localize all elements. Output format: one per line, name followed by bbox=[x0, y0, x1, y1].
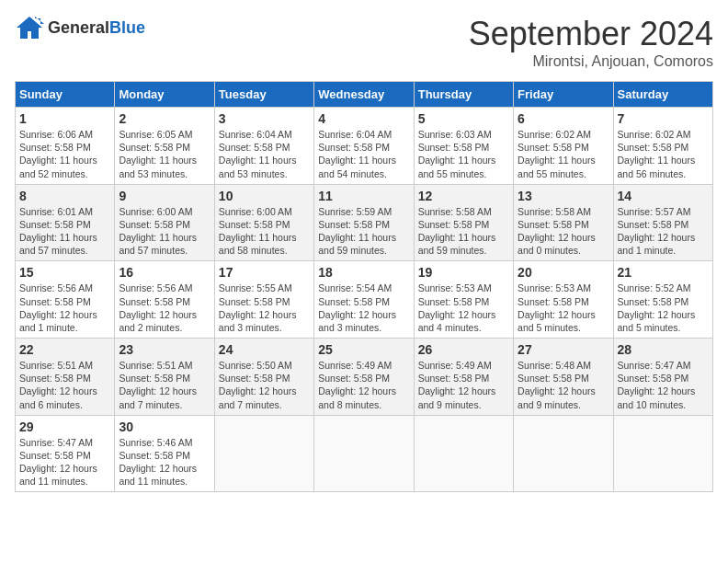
calendar-cell bbox=[514, 415, 613, 492]
day-info: Sunrise: 5:49 AMSunset: 5:58 PMDaylight:… bbox=[418, 359, 509, 411]
day-info: Sunrise: 6:04 AMSunset: 5:58 PMDaylight:… bbox=[318, 128, 409, 180]
calendar-cell: 22Sunrise: 5:51 AMSunset: 5:58 PMDayligh… bbox=[16, 339, 115, 416]
calendar-cell: 14Sunrise: 5:57 AMSunset: 5:58 PMDayligh… bbox=[613, 184, 712, 261]
day-info: Sunrise: 6:00 AMSunset: 5:58 PMDaylight:… bbox=[119, 205, 210, 258]
day-number: 14 bbox=[618, 189, 709, 203]
logo-text: GeneralBlue bbox=[48, 19, 145, 36]
calendar-week-row: 8Sunrise: 6:01 AMSunset: 5:58 PMDaylight… bbox=[16, 184, 713, 261]
calendar-cell bbox=[314, 415, 414, 492]
day-number: 16 bbox=[119, 265, 210, 280]
calendar-cell: 5Sunrise: 6:03 AMSunset: 5:58 PMDaylight… bbox=[414, 108, 513, 185]
day-number: 18 bbox=[318, 265, 409, 280]
day-number: 27 bbox=[518, 342, 609, 357]
calendar-cell: 6Sunrise: 6:02 AMSunset: 5:58 PMDaylight… bbox=[514, 108, 613, 185]
calendar-header-row: Sunday Monday Tuesday Wednesday Thursday… bbox=[16, 82, 713, 108]
day-info: Sunrise: 5:48 AMSunset: 5:58 PMDaylight:… bbox=[518, 359, 609, 411]
location-title: Mirontsi, Anjouan, Comoros bbox=[469, 53, 713, 70]
calendar-cell: 2Sunrise: 6:05 AMSunset: 5:58 PMDaylight… bbox=[115, 108, 214, 185]
day-info: Sunrise: 5:52 AMSunset: 5:58 PMDaylight:… bbox=[618, 282, 709, 334]
day-info: Sunrise: 5:58 AMSunset: 5:58 PMDaylight:… bbox=[418, 205, 509, 258]
calendar-cell: 24Sunrise: 5:50 AMSunset: 5:58 PMDayligh… bbox=[214, 339, 313, 416]
calendar-cell: 26Sunrise: 5:49 AMSunset: 5:58 PMDayligh… bbox=[414, 339, 513, 416]
logo-icon bbox=[15, 15, 44, 40]
logo-general: General bbox=[48, 18, 109, 37]
day-number: 6 bbox=[518, 111, 609, 126]
calendar-cell: 1Sunrise: 6:06 AMSunset: 5:58 PMDaylight… bbox=[16, 108, 115, 185]
col-monday: Monday bbox=[115, 82, 214, 108]
day-number: 2 bbox=[119, 111, 210, 126]
col-saturday: Saturday bbox=[613, 82, 712, 108]
day-number: 9 bbox=[119, 189, 210, 203]
day-info: Sunrise: 5:54 AMSunset: 5:58 PMDaylight:… bbox=[318, 282, 409, 334]
title-block: September 2024 Mirontsi, Anjouan, Comoro… bbox=[469, 15, 713, 70]
day-info: Sunrise: 5:51 AMSunset: 5:58 PMDaylight:… bbox=[119, 359, 210, 411]
calendar-table: Sunday Monday Tuesday Wednesday Thursday… bbox=[15, 81, 713, 492]
day-info: Sunrise: 5:56 AMSunset: 5:58 PMDaylight:… bbox=[119, 282, 210, 334]
day-info: Sunrise: 5:59 AMSunset: 5:58 PMDaylight:… bbox=[318, 205, 409, 258]
day-number: 1 bbox=[19, 111, 110, 126]
day-number: 7 bbox=[618, 111, 709, 126]
day-number: 17 bbox=[219, 265, 310, 280]
col-sunday: Sunday bbox=[16, 82, 115, 108]
calendar-cell bbox=[214, 415, 313, 492]
calendar-cell: 10Sunrise: 6:00 AMSunset: 5:58 PMDayligh… bbox=[214, 184, 313, 261]
day-number: 22 bbox=[19, 342, 110, 357]
day-info: Sunrise: 5:53 AMSunset: 5:58 PMDaylight:… bbox=[418, 282, 509, 334]
day-info: Sunrise: 5:58 AMSunset: 5:58 PMDaylight:… bbox=[518, 205, 609, 258]
day-number: 20 bbox=[518, 265, 609, 280]
day-info: Sunrise: 5:49 AMSunset: 5:58 PMDaylight:… bbox=[318, 359, 409, 411]
calendar-cell: 23Sunrise: 5:51 AMSunset: 5:58 PMDayligh… bbox=[115, 339, 214, 416]
col-friday: Friday bbox=[514, 82, 613, 108]
calendar-cell bbox=[613, 415, 712, 492]
calendar-cell: 11Sunrise: 5:59 AMSunset: 5:58 PMDayligh… bbox=[314, 184, 414, 261]
calendar-cell: 21Sunrise: 5:52 AMSunset: 5:58 PMDayligh… bbox=[613, 261, 712, 339]
day-info: Sunrise: 6:02 AMSunset: 5:58 PMDaylight:… bbox=[618, 128, 709, 180]
day-number: 4 bbox=[318, 111, 409, 126]
day-info: Sunrise: 5:51 AMSunset: 5:58 PMDaylight:… bbox=[19, 359, 110, 411]
day-info: Sunrise: 6:04 AMSunset: 5:58 PMDaylight:… bbox=[219, 128, 310, 180]
calendar-cell: 27Sunrise: 5:48 AMSunset: 5:58 PMDayligh… bbox=[514, 339, 613, 416]
day-info: Sunrise: 5:50 AMSunset: 5:58 PMDaylight:… bbox=[219, 359, 310, 411]
day-number: 3 bbox=[219, 111, 310, 126]
day-info: Sunrise: 6:00 AMSunset: 5:58 PMDaylight:… bbox=[219, 205, 310, 258]
calendar-cell: 29Sunrise: 5:47 AMSunset: 5:58 PMDayligh… bbox=[16, 415, 115, 492]
calendar-cell: 19Sunrise: 5:53 AMSunset: 5:58 PMDayligh… bbox=[414, 261, 513, 339]
calendar-cell: 9Sunrise: 6:00 AMSunset: 5:58 PMDaylight… bbox=[115, 184, 214, 261]
day-number: 29 bbox=[19, 419, 110, 434]
calendar-cell bbox=[414, 415, 513, 492]
day-info: Sunrise: 6:03 AMSunset: 5:58 PMDaylight:… bbox=[418, 128, 509, 180]
day-info: Sunrise: 6:06 AMSunset: 5:58 PMDaylight:… bbox=[19, 128, 110, 180]
month-title: September 2024 bbox=[469, 15, 713, 53]
calendar-week-row: 22Sunrise: 5:51 AMSunset: 5:58 PMDayligh… bbox=[16, 339, 713, 416]
calendar-cell: 25Sunrise: 5:49 AMSunset: 5:58 PMDayligh… bbox=[314, 339, 414, 416]
col-tuesday: Tuesday bbox=[214, 82, 313, 108]
day-number: 10 bbox=[219, 189, 310, 203]
day-info: Sunrise: 5:55 AMSunset: 5:58 PMDaylight:… bbox=[219, 282, 310, 334]
calendar-cell: 15Sunrise: 5:56 AMSunset: 5:58 PMDayligh… bbox=[16, 261, 115, 339]
day-info: Sunrise: 6:05 AMSunset: 5:58 PMDaylight:… bbox=[119, 128, 210, 180]
day-info: Sunrise: 5:56 AMSunset: 5:58 PMDaylight:… bbox=[19, 282, 110, 334]
day-number: 5 bbox=[418, 111, 509, 126]
day-number: 30 bbox=[119, 419, 210, 434]
calendar-cell: 20Sunrise: 5:53 AMSunset: 5:58 PMDayligh… bbox=[514, 261, 613, 339]
calendar-cell: 30Sunrise: 5:46 AMSunset: 5:58 PMDayligh… bbox=[115, 415, 214, 492]
calendar-week-row: 1Sunrise: 6:06 AMSunset: 5:58 PMDaylight… bbox=[16, 108, 713, 185]
day-number: 26 bbox=[418, 342, 509, 357]
day-number: 8 bbox=[19, 189, 110, 203]
day-number: 23 bbox=[119, 342, 210, 357]
day-info: Sunrise: 5:46 AMSunset: 5:58 PMDaylight:… bbox=[119, 436, 210, 488]
day-info: Sunrise: 6:02 AMSunset: 5:58 PMDaylight:… bbox=[518, 128, 609, 180]
day-number: 21 bbox=[618, 265, 709, 280]
day-number: 19 bbox=[418, 265, 509, 280]
logo-blue: Blue bbox=[109, 18, 145, 37]
calendar-cell: 18Sunrise: 5:54 AMSunset: 5:58 PMDayligh… bbox=[314, 261, 414, 339]
page-header: GeneralBlue September 2024 Mirontsi, Anj… bbox=[15, 15, 713, 70]
calendar-cell: 13Sunrise: 5:58 AMSunset: 5:58 PMDayligh… bbox=[514, 184, 613, 261]
day-info: Sunrise: 5:47 AMSunset: 5:58 PMDaylight:… bbox=[19, 436, 110, 488]
day-number: 11 bbox=[318, 189, 409, 203]
day-info: Sunrise: 5:47 AMSunset: 5:58 PMDaylight:… bbox=[618, 359, 709, 411]
calendar-cell: 17Sunrise: 5:55 AMSunset: 5:58 PMDayligh… bbox=[214, 261, 313, 339]
day-number: 24 bbox=[219, 342, 310, 357]
day-info: Sunrise: 6:01 AMSunset: 5:58 PMDaylight:… bbox=[19, 205, 110, 258]
col-wednesday: Wednesday bbox=[314, 82, 414, 108]
